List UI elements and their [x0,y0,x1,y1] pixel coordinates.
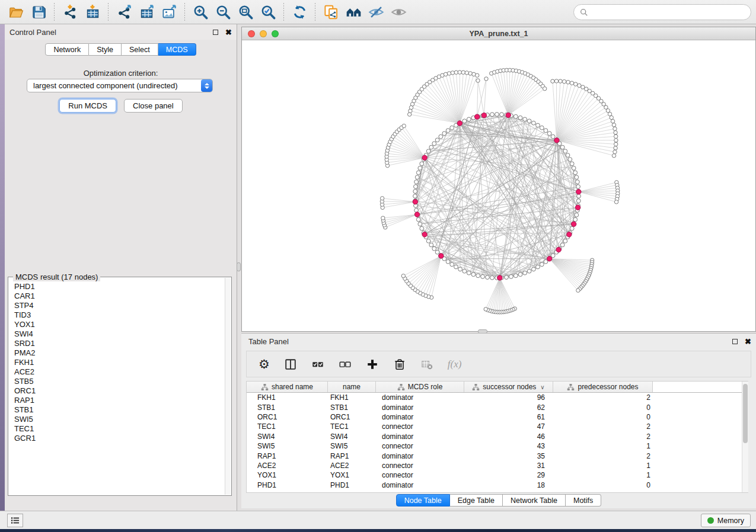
table-row-FKH1[interactable]: FKH1FKH1dominator962 [247,393,748,402]
close-window-icon[interactable] [248,30,255,37]
export-table-button[interactable] [135,2,158,22]
cell[interactable]: dominator [376,393,464,402]
cell[interactable]: 0 [553,403,653,412]
network-window-titlebar[interactable]: YPA_prune.txt_1 [242,27,755,40]
add-column-icon[interactable] [366,358,379,371]
mcds-result-item[interactable]: ORC1 [14,386,225,396]
cell[interactable]: dominator [376,481,464,489]
cell[interactable]: 46 [464,432,553,441]
cell[interactable]: 1 [553,442,653,450]
cell[interactable]: RAP1 [247,452,328,460]
cell[interactable]: 29 [464,471,553,479]
cell[interactable]: 18 [464,481,553,489]
network-canvas[interactable] [242,40,755,331]
cell[interactable]: SWI5 [247,442,328,450]
mcds-result-item[interactable]: FKH1 [14,358,225,367]
export-image-button[interactable] [158,2,180,22]
cell[interactable]: 35 [464,452,553,460]
cell[interactable]: 2 [553,393,653,402]
refresh-button[interactable] [288,2,311,22]
cell[interactable]: 47 [464,422,553,431]
cell[interactable]: 2 [553,422,653,431]
cell[interactable]: 31 [464,462,553,470]
column-header-shared-name[interactable]: shared name [247,382,328,392]
memory-button[interactable]: Memory [701,514,751,527]
column-header-successor-nodes[interactable]: successor nodes∨ [464,382,553,392]
tab-mcds[interactable]: MCDS [158,43,196,56]
table-close-icon[interactable]: ✖ [745,338,751,345]
cell[interactable]: 2 [553,452,653,460]
mcds-result-item[interactable]: CAR1 [14,291,225,301]
cell[interactable]: ACE2 [247,462,328,470]
cell[interactable]: ORC1 [247,413,328,421]
run-mcds-button[interactable]: Run MCDS [59,99,116,113]
cell[interactable]: PHD1 [328,481,376,489]
cell[interactable]: connector [376,422,464,431]
cell[interactable]: TEC1 [328,422,376,431]
table-row-YOX1[interactable]: YOX1YOX1connector291 [247,470,748,480]
mcds-result-item[interactable]: STB1 [14,405,225,415]
cell[interactable]: SWI4 [247,432,328,441]
hide-selected-button[interactable] [365,2,387,22]
mcds-result-item[interactable]: TID3 [14,310,225,320]
column-header-predecessor-nodes[interactable]: predecessor nodes [553,382,653,392]
table-vertical-scrollbar[interactable] [742,382,748,492]
tab-style[interactable]: Style [89,43,122,56]
maximize-window-icon[interactable] [272,30,279,37]
task-history-button[interactable] [7,514,23,527]
save-button[interactable] [27,2,50,22]
search-input[interactable] [592,8,745,17]
function-icon[interactable]: f(x) [448,358,462,370]
zoom-fit-button[interactable] [234,2,257,22]
table-row-SWI4[interactable]: SWI4SWI4dominator462 [247,432,748,441]
cell[interactable]: PHD1 [247,481,328,489]
delete-table-icon[interactable] [420,358,433,371]
delete-column-icon[interactable] [393,358,406,371]
column-header-name[interactable]: name [328,382,376,392]
vertical-splitter-grip[interactable] [237,262,241,271]
table-row-STB1[interactable]: STB1STB1dominator620 [247,402,748,412]
close-panel-icon[interactable]: ✖ [225,28,232,36]
zoom-out-button[interactable] [212,2,234,22]
copy-network-button[interactable] [320,2,342,22]
mcds-result-item[interactable]: STB5 [14,377,225,386]
mcds-result-item[interactable]: PHD1 [14,282,225,291]
tab-network[interactable]: Network [45,43,89,56]
cell[interactable]: FKH1 [328,393,376,402]
mcds-result-item[interactable]: SWI4 [14,329,225,339]
table-row-ORC1[interactable]: ORC1ORC1dominator610 [247,412,748,422]
optimization-criterion-select[interactable]: largest connected component (undirected) [27,79,213,92]
cell[interactable]: 0 [553,413,653,421]
cell[interactable]: dominator [376,403,464,412]
deselect-all-icon[interactable] [339,358,352,371]
table-row-RAP1[interactable]: RAP1RAP1dominator352 [247,451,748,460]
cell[interactable]: dominator [376,432,464,441]
column-header-MCDS-role[interactable]: MCDS role [376,382,464,392]
mcds-result-item[interactable]: SWI5 [14,415,225,424]
table-row-TEC1[interactable]: TEC1TEC1connector472 [247,422,748,431]
cell[interactable]: ORC1 [328,413,376,421]
cell[interactable]: 61 [464,413,553,421]
tab-motifs[interactable]: Motifs [566,494,601,507]
table-row-ACE2[interactable]: ACE2ACE2connector311 [247,461,748,470]
open-folder-button[interactable] [5,2,27,22]
import-network-button[interactable] [59,2,81,22]
cell[interactable]: 43 [464,442,553,450]
float-panel-icon[interactable] [213,30,218,35]
table-float-icon[interactable] [732,339,738,344]
cell[interactable]: 96 [464,393,553,402]
tab-edge-table[interactable]: Edge Table [450,494,503,507]
mcds-result-item[interactable]: PMA2 [14,348,225,358]
tab-node-table[interactable]: Node Table [396,494,450,507]
import-table-button[interactable] [81,2,104,22]
search-box[interactable] [573,4,751,20]
cell[interactable]: STB1 [247,403,328,412]
minimize-window-icon[interactable] [260,30,267,37]
mcds-result-item[interactable]: TEC1 [14,424,225,434]
select-all-icon[interactable] [311,358,324,371]
mcds-result-item[interactable]: YOX1 [14,320,225,329]
cell[interactable]: connector [376,442,464,450]
mcds-result-item[interactable]: RAP1 [14,396,225,405]
cell[interactable]: YOX1 [247,471,328,479]
cell[interactable]: ACE2 [328,462,376,470]
